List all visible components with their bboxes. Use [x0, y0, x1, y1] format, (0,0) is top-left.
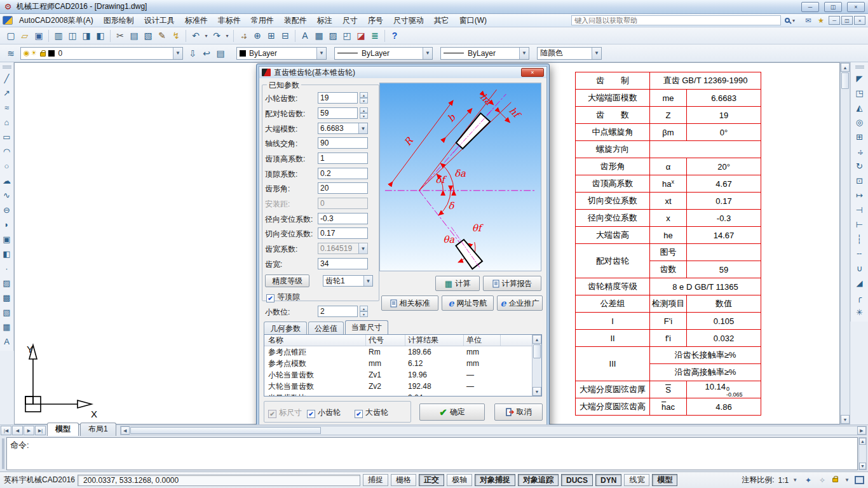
properties-icon[interactable]: ▨: [326, 29, 340, 42]
list-item[interactable]: 当量齿数比 9.64: [264, 392, 541, 396]
quickcalc-icon[interactable]: ↯: [169, 29, 183, 42]
coordinates-readout[interactable]: 200.0337, 533.1268, 0.0000: [78, 475, 360, 486]
vscroll-thumb[interactable]: [533, 344, 541, 358]
toggle-polar[interactable]: 极轴: [447, 474, 472, 486]
toolbar-separator[interactable]: [110, 30, 111, 42]
layer-states-icon[interactable]: ▤: [214, 47, 227, 60]
hscroll-thumb[interactable]: [130, 427, 321, 434]
undo-dropdown-arrow[interactable]: ▾: [203, 29, 210, 42]
shaft-angle-input[interactable]: [318, 137, 368, 149]
toggle-model[interactable]: 模型: [652, 474, 677, 486]
favorites-star-icon[interactable]: ★: [816, 17, 826, 25]
scroll-up-arrow[interactable]: ▲: [859, 438, 866, 445]
arc-icon[interactable]: ◠: [1, 145, 13, 158]
result-list-scrollbar[interactable]: ▲ ▼: [532, 335, 541, 396]
lineweight-combo-arrow[interactable]: ▼: [519, 48, 529, 59]
command-input-area[interactable]: 命令:: [6, 437, 858, 470]
raster-image-icon[interactable]: ▧: [1, 306, 13, 319]
help-icon[interactable]: ?: [388, 29, 402, 42]
layer-properties-icon[interactable]: ≋: [4, 47, 18, 60]
ui-lock-arrow[interactable]: ▼: [844, 477, 850, 483]
precision-grade-button[interactable]: 精度等级: [265, 274, 309, 287]
toggle-osnap[interactable]: 对象捕捉: [475, 474, 515, 486]
scroll-up-arrow[interactable]: ▲: [841, 63, 850, 72]
table-icon[interactable]: ▦: [1, 320, 13, 334]
mdi-restore-button[interactable]: ◫: [841, 16, 853, 25]
pan-icon[interactable]: ↔: [236, 29, 250, 42]
layer-previous-icon[interactable]: ↩: [200, 47, 214, 60]
decimal-input[interactable]: [318, 306, 358, 317]
menu-item[interactable]: 窗口(W): [454, 14, 492, 27]
list-item[interactable]: 参考点锥距 Rm 189.66 mm: [264, 346, 541, 358]
toggle-ducs[interactable]: DUCS: [561, 474, 593, 486]
mate-teeth-input[interactable]: [318, 107, 358, 119]
lineweight-combo[interactable]: ByLayer ▼: [440, 47, 529, 60]
tab-nav-next[interactable]: ▶: [24, 426, 34, 435]
point-icon[interactable]: ·: [1, 262, 13, 275]
linetype-combo-arrow[interactable]: ▼: [423, 48, 432, 59]
toggle-ortho[interactable]: 正交: [419, 474, 444, 486]
polyline-icon[interactable]: ≈: [1, 101, 13, 114]
list-item[interactable]: 参考点模数 mm 6.12 mm: [264, 358, 541, 369]
pinion-check-row[interactable]: ✔小齿轮: [307, 407, 341, 418]
join-icon[interactable]: ∪: [853, 262, 866, 275]
fillet-icon[interactable]: ╭: [853, 291, 866, 304]
pinion-checkbox[interactable]: ✔: [307, 410, 315, 418]
redo-dropdown-arrow[interactable]: ▾: [224, 29, 231, 42]
scale-icon[interactable]: ⊡: [853, 174, 866, 187]
decimal-spinner[interactable]: ▲▼: [360, 306, 368, 317]
explode-icon[interactable]: ✳: [853, 306, 866, 319]
paste-icon[interactable]: ▧: [141, 29, 155, 42]
stretch-icon[interactable]: ↦: [853, 189, 866, 202]
polygon-icon[interactable]: ⌂: [1, 116, 13, 129]
move-icon[interactable]: ↔: [853, 145, 866, 158]
erase-icon[interactable]: ◤: [853, 72, 866, 85]
make-layer-current-icon[interactable]: ⇩: [186, 47, 200, 60]
dialog-title-bar[interactable]: 直齿锥齿轮(基本锥齿轮) ×: [259, 67, 546, 78]
menu-item[interactable]: 标准件: [180, 14, 213, 27]
scroll-left-arrow[interactable]: ◀: [121, 426, 130, 435]
layer-combo[interactable]: ◉ ☀ 0 ▼: [20, 47, 183, 60]
equal-clearance-checkbox[interactable]: ✔: [266, 294, 275, 302]
color-combo[interactable]: ByLayer ▼: [236, 47, 327, 60]
text-icon[interactable]: A: [1, 335, 13, 348]
xline-icon[interactable]: ↗: [1, 86, 13, 100]
rotate-icon[interactable]: ↻: [853, 159, 866, 173]
tangential-shift-input[interactable]: [318, 227, 368, 239]
toolbar-separator[interactable]: [233, 30, 234, 42]
help-search-input[interactable]: [571, 15, 781, 25]
publish-icon[interactable]: ◨: [79, 29, 93, 42]
search-icon[interactable]: [785, 18, 790, 23]
offset-icon[interactable]: ◎: [853, 116, 866, 129]
plot-icon[interactable]: ▥: [51, 29, 65, 42]
module-combo[interactable]: 6.6683▼: [318, 123, 368, 134]
menu-item[interactable]: 设计工具: [139, 14, 180, 27]
matchprop-icon[interactable]: ✎: [155, 29, 169, 42]
zoom-window-icon[interactable]: ⊞: [264, 29, 278, 42]
facewidth-input[interactable]: [318, 258, 368, 269]
toolbar-separator[interactable]: [186, 30, 186, 42]
command-panel-grip[interactable]: [2, 438, 4, 469]
menu-item[interactable]: 常用件: [246, 14, 279, 27]
annotation-visibility-icon[interactable]: ✦: [803, 476, 814, 485]
toggle-lineweight[interactable]: 线宽: [624, 474, 649, 486]
mdi-minimize-button[interactable]: ─: [829, 16, 840, 25]
scroll-right-arrow[interactable]: ▶: [857, 426, 866, 435]
clearance-coef-input[interactable]: [318, 168, 368, 179]
menu-item[interactable]: 标注: [312, 14, 337, 27]
gear-check-row[interactable]: ✔大齿轮: [355, 407, 388, 418]
toggle-dyn[interactable]: DYN: [595, 474, 621, 486]
ui-lock-icon[interactable]: [832, 478, 838, 482]
promotion-button[interactable]: e 企业推广: [497, 295, 543, 311]
undo-icon[interactable]: ↶: [189, 29, 203, 42]
layer-on-bulb-icon[interactable]: ◉: [24, 49, 30, 57]
toggle-snap[interactable]: 捕捉: [363, 474, 388, 486]
extend-icon[interactable]: ⊢: [853, 218, 866, 231]
menu-item[interactable]: 图形绘制: [98, 14, 139, 27]
break-icon[interactable]: ╌: [853, 247, 866, 261]
list-item[interactable]: 小轮当量齿数 Zv1 19.96 —: [264, 369, 541, 381]
new-icon[interactable]: ▢: [4, 29, 18, 42]
canvas-hscrollbar[interactable]: ◀ ▶: [120, 426, 867, 435]
pressure-angle-input[interactable]: [318, 182, 368, 194]
command-scrollbar[interactable]: ▲ ▼: [858, 437, 867, 470]
